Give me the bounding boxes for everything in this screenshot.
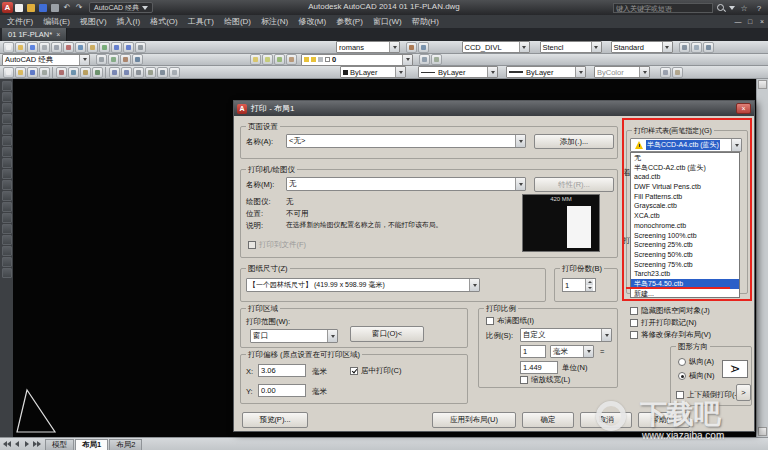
draw-toolbar-icon[interactable] [2,180,12,190]
save-icon[interactable] [37,2,49,14]
minimize-button[interactable]: — [732,18,744,25]
workspace-select[interactable]: AutoCAD 经典 [2,54,90,66]
prev-tab-icon[interactable] [12,439,22,450]
color-select[interactable]: ByLayer [340,66,406,78]
layer-unisolate-icon[interactable] [286,54,297,65]
tab-close-icon[interactable]: × [56,31,60,38]
page-setup-name-select[interactable]: <无> [286,134,526,148]
toolbar-icon[interactable] [169,67,180,78]
toolbar-icon[interactable] [63,42,74,53]
toolbar-icon[interactable] [111,42,122,53]
layer-select[interactable]: 0 [301,54,413,66]
toolbar-icon[interactable] [132,54,143,65]
fit-to-paper-checkbox[interactable]: 布满图纸(I) [486,316,534,326]
scale-custom-input[interactable]: 1 [520,345,546,358]
toolbar-icon[interactable] [135,42,146,53]
dimension-style-select[interactable]: CCD_DIVL [462,41,530,53]
spinner-arrows[interactable] [585,279,593,291]
toolbar-icon[interactable] [15,42,26,53]
plot-style-table-select[interactable]: 半岛CCD-A4.ctb (蓝头) [630,138,742,152]
toolbar-icon[interactable] [15,67,26,78]
toolbar-icon[interactable] [406,42,417,53]
menu-tools[interactable]: 工具(T) [183,15,219,28]
plot-style-option[interactable]: Fill Patterns.ctb [631,192,739,202]
text-style-select[interactable]: romans [336,41,400,53]
layer-states-icon[interactable] [262,54,273,65]
plot-style-option[interactable]: 无 [631,153,739,163]
first-tab-icon[interactable] [2,439,12,450]
plot-style-select[interactable]: ByColor [594,66,650,78]
scale-unit-select[interactable]: 毫米 [550,345,594,358]
scroll-up-icon[interactable] [758,80,767,89]
toolbar-icon[interactable] [672,67,683,78]
toolbar-icon[interactable] [68,67,79,78]
draw-toolbar-icon[interactable] [2,235,12,245]
toolbar-icon[interactable] [87,42,98,53]
toolbar-icon[interactable] [99,42,110,53]
draw-toolbar-icon[interactable] [2,268,12,278]
menu-dimension[interactable]: 标注(N) [256,15,293,28]
close-button[interactable]: × [756,18,768,25]
linetype-select[interactable]: ByLayer [418,66,498,78]
new-file-icon[interactable] [13,2,25,14]
scale-units-input[interactable]: 1.449 [520,361,558,374]
plot-style-option[interactable]: XCA.ctb [631,211,739,221]
menu-window[interactable]: 窗口(W) [368,15,407,28]
vertical-scrollbar[interactable] [756,79,768,437]
toolbar-icon[interactable] [3,67,14,78]
toolbar-icon[interactable] [691,42,702,53]
menu-view[interactable]: 视图(V) [75,15,112,28]
redo-icon[interactable]: ↷ [73,2,85,14]
landscape-radio[interactable]: 横向(N) [678,371,714,381]
workspace-switcher[interactable]: AutoCAD 经典 [89,2,153,13]
help-icon[interactable]: ? [753,2,765,14]
plot-style-option[interactable]: Screening 100%.ctb [631,231,739,241]
document-tab[interactable]: 01 1F-PLAN* × [2,28,67,41]
toolbar-icon[interactable] [703,42,714,53]
menu-edit[interactable]: 编辑(E) [38,15,75,28]
menu-file[interactable]: 文件(F) [2,15,38,28]
menu-draw[interactable]: 绘图(D) [219,15,256,28]
draw-toolbar-icon[interactable] [2,191,12,201]
center-plot-checkbox[interactable]: 居中打印(C) [350,366,401,376]
draw-toolbar-icon[interactable] [2,81,12,91]
hide-paperspace-objects-checkbox[interactable]: 隐藏图纸空间对象(J) [630,306,710,316]
lineweight-select[interactable]: ByLayer [506,66,586,78]
toolbar-icon[interactable] [660,67,671,78]
draw-toolbar-icon[interactable] [2,125,12,135]
toolbar-icon[interactable] [51,42,62,53]
plot-style-option[interactable]: Screening 25%.ctb [631,240,739,250]
printer-properties-button[interactable]: 特性(R)... [534,177,614,192]
toolbar-icon[interactable] [92,67,103,78]
toolbar-icon[interactable] [56,67,67,78]
draw-toolbar-icon[interactable] [2,246,12,256]
draw-toolbar-icon[interactable] [2,114,12,124]
menu-modify[interactable]: 修改(M) [293,15,331,28]
plot-range-select[interactable]: 窗口 [250,329,338,343]
layer-isolate-icon[interactable] [274,54,285,65]
plot-style-option[interactable]: Screening 50%.ctb [631,250,739,260]
draw-toolbar-icon[interactable] [2,92,12,102]
toolbar-icon[interactable] [80,67,91,78]
toolbar-icon[interactable] [418,42,429,53]
tab-model[interactable]: 模型 [45,439,74,450]
upside-down-checkbox[interactable]: 上下颠倒打印(-) [676,390,740,400]
window-pick-button[interactable]: 窗口(O)< [350,326,424,342]
favorites-star-icon[interactable]: ☆ [738,2,750,14]
plot-style-option[interactable]: Screening 75%.ctb [631,260,739,270]
toolbar-icon[interactable] [121,67,132,78]
offset-y-input[interactable]: 0.00 [258,384,306,397]
plot-style-option[interactable]: 半岛CCD-A2.ctb (蓝头) [631,163,739,173]
copies-spinner[interactable]: 1 [562,278,596,292]
dialog-title-bar[interactable]: A 打印 - 布局1 × [234,101,754,116]
toolbar-icon[interactable] [419,54,430,65]
draw-toolbar-icon[interactable] [2,147,12,157]
restore-button[interactable]: □ [744,18,756,25]
toolbar-icon[interactable] [27,67,38,78]
preview-button[interactable]: 预览(P)... [242,412,308,428]
tab-layout2[interactable]: 布局2 [109,439,142,450]
layer-properties-icon[interactable] [250,54,261,65]
last-tab-icon[interactable] [32,439,42,450]
next-tab-icon[interactable] [22,439,32,450]
portrait-radio[interactable]: 纵向(A) [678,357,714,367]
